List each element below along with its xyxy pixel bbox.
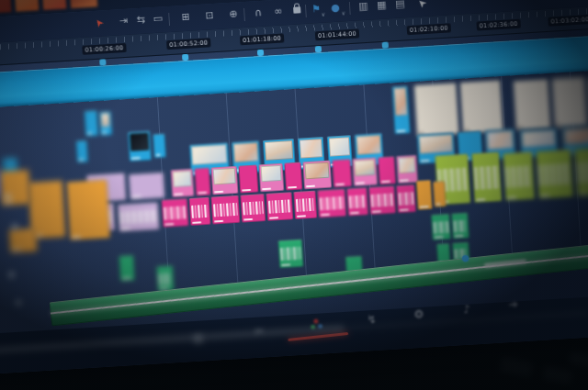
timeline-view-option-icon[interactable]: ▤ <box>395 0 405 13</box>
timeline-clip[interactable] <box>284 162 302 191</box>
audio-waveform <box>320 196 345 210</box>
timeline-clip[interactable] <box>211 166 239 195</box>
timeline-clip[interactable] <box>536 150 573 199</box>
timeline-clip[interactable] <box>266 192 293 221</box>
clip-name-text <box>476 198 485 201</box>
clip-thumbnail <box>522 130 556 149</box>
chevron-down-icon[interactable]: ∨ <box>321 6 325 23</box>
timeline-clip[interactable] <box>451 213 469 240</box>
timeline-clip[interactable] <box>240 194 266 223</box>
fairlight-page-icon[interactable]: ♪ <box>458 300 476 318</box>
timeline-clip[interactable] <box>162 198 189 228</box>
timeline-clip[interactable] <box>414 83 459 137</box>
clip-name-text <box>174 193 183 195</box>
timeline-clip[interactable] <box>396 184 416 213</box>
pointer-cursor-icon[interactable]: ➤ <box>413 0 431 12</box>
timeline-clip[interactable] <box>195 168 211 196</box>
dynamic-trim-icon[interactable]: ⇆ <box>136 12 145 29</box>
ruler-timecode: 01:00:52:00 <box>166 38 210 50</box>
timeline-clip[interactable] <box>259 163 285 193</box>
clip-name-text <box>372 210 381 213</box>
timeline-clip[interactable] <box>392 85 411 134</box>
ruler-timecode: 01:02:10:00 <box>407 23 451 35</box>
timeline-clip[interactable] <box>368 185 396 215</box>
timeline-clip[interactable] <box>433 181 447 207</box>
clip-name-text <box>72 236 81 239</box>
keyboard-key-blur <box>500 357 534 378</box>
chevron-down-icon[interactable]: ∨ <box>341 5 345 21</box>
toolbar-separator <box>305 5 307 17</box>
clip-name-text <box>156 154 161 156</box>
timeline-clip[interactable] <box>574 147 588 196</box>
timeline-clip[interactable] <box>0 170 31 206</box>
timeline-clip[interactable] <box>396 155 418 184</box>
timeline-clip[interactable] <box>278 240 304 269</box>
clip-name-text <box>243 218 253 221</box>
insert-clip-icon[interactable]: ⊞ <box>181 9 190 27</box>
timeline-clip[interactable] <box>346 187 368 216</box>
timeline-clip[interactable] <box>302 161 332 190</box>
timeline-clip[interactable] <box>211 195 241 225</box>
timeline-clip[interactable] <box>431 214 451 240</box>
media-thumbnail[interactable] <box>40 0 66 10</box>
timeline-clip[interactable] <box>171 169 195 197</box>
clip-name-text <box>79 159 84 161</box>
clip-thumbnail <box>305 162 330 180</box>
timeline-clip[interactable] <box>378 156 396 184</box>
flag-icon[interactable]: ⚑ <box>311 1 322 18</box>
timeline-clip[interactable] <box>416 180 433 210</box>
audio-waveform <box>399 193 414 206</box>
ruler-timecode: 01:02:36:00 <box>476 19 520 31</box>
media-thumbnail[interactable] <box>0 0 12 14</box>
snapping-magnet-icon[interactable]: ∩ <box>254 5 263 21</box>
overwrite-clip-icon[interactable]: ⊡ <box>205 7 214 25</box>
clip-name-text <box>321 214 330 217</box>
timeline-clip[interactable] <box>317 189 346 218</box>
timeline-clip[interactable] <box>513 79 550 130</box>
clip-name-text <box>400 208 409 211</box>
bokeh-highlight <box>15 299 22 306</box>
timeline-clip[interactable] <box>189 197 211 226</box>
media-thumbnail[interactable] <box>68 0 97 9</box>
timeline-clip[interactable] <box>129 173 165 200</box>
timeline-view-option-icon[interactable]: ▦ <box>377 0 387 14</box>
blade-tool-icon[interactable]: ▭ <box>153 10 163 28</box>
clip-thumbnail <box>354 160 375 177</box>
position-lock-icon[interactable] <box>293 6 300 13</box>
timeline-clip[interactable] <box>503 151 535 201</box>
timeline-clip[interactable] <box>85 110 99 137</box>
link-clips-icon[interactable]: ∞ <box>274 3 283 20</box>
replace-clip-icon[interactable]: ⊕ <box>229 6 238 23</box>
timeline-clip[interactable] <box>352 158 378 187</box>
timeline-clip[interactable] <box>459 80 503 134</box>
timeline-clip[interactable] <box>66 179 110 240</box>
audio-waveform <box>577 161 588 184</box>
clip-name-text <box>214 191 223 194</box>
timeline-clip[interactable] <box>8 228 38 253</box>
timeline-clip[interactable] <box>156 265 175 292</box>
media-thumbnail[interactable] <box>13 0 39 12</box>
timeline-clip[interactable] <box>332 159 352 187</box>
timeline-clip[interactable] <box>551 77 587 128</box>
timeline-clip[interactable] <box>153 134 166 159</box>
clip-thumbnail <box>213 168 236 185</box>
timeline-clip[interactable] <box>128 131 152 162</box>
timeline-clip[interactable] <box>293 191 317 219</box>
timeline-clip[interactable] <box>119 255 135 282</box>
clip-thumbnail <box>265 140 293 161</box>
automation-keyframe-dot[interactable] <box>462 255 469 262</box>
timeline-clip[interactable] <box>99 111 113 136</box>
bokeh-highlight <box>11 223 18 230</box>
audio-waveform <box>243 202 264 216</box>
marker-icon[interactable]: ● <box>331 0 341 17</box>
trim-edit-mode-icon[interactable]: ⇥ <box>119 13 128 30</box>
clip-name-text <box>400 179 409 182</box>
deliver-page-icon[interactable]: ➔ <box>504 295 523 314</box>
timeline-clip[interactable] <box>118 202 160 232</box>
timeline-clip[interactable] <box>76 140 88 163</box>
timeline-clip[interactable] <box>239 164 259 193</box>
timeline-clip[interactable] <box>471 151 502 203</box>
timeline-view-option-icon[interactable]: ▥ <box>358 0 368 15</box>
selection-tool-icon[interactable]: ➤ <box>90 14 108 30</box>
clip-thumbnail <box>487 130 514 149</box>
